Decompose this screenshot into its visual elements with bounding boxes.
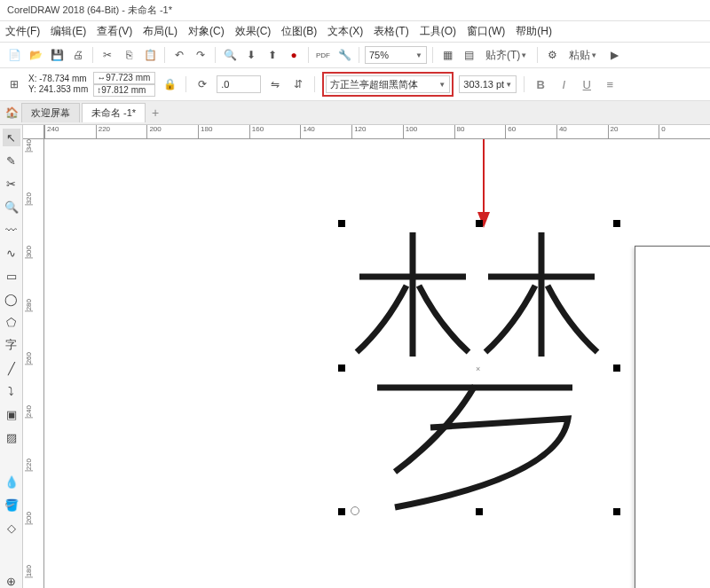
handle-bottom-center[interactable] bbox=[476, 508, 483, 515]
handle-top-right[interactable] bbox=[613, 220, 620, 227]
search-button[interactable]: 🔍 bbox=[221, 46, 239, 64]
menu-view[interactable]: 查看(V) bbox=[97, 24, 132, 39]
height-input[interactable]: ↕ 97.812 mm bbox=[93, 84, 155, 97]
expand-toolbox-button[interactable]: ⊕ bbox=[3, 572, 20, 588]
menu-edit[interactable]: 编辑(E) bbox=[51, 24, 86, 39]
home-tab-icon[interactable]: 🏠 bbox=[4, 105, 20, 121]
standard-toolbar: 📄 📂 💾 🖨 ✂ ⎘ 📋 ↶ ↷ 🔍 ⬇ ⬆ ● PDF 🔧 75% ▼ ▦ … bbox=[0, 42, 710, 68]
menu-layout[interactable]: 布局(L) bbox=[143, 24, 178, 39]
menu-tools[interactable]: 工具(O) bbox=[420, 24, 456, 39]
handle-top-left[interactable] bbox=[338, 220, 345, 227]
eyedropper-tool[interactable]: 💧 bbox=[3, 473, 20, 490]
menu-window[interactable]: 窗口(W) bbox=[467, 24, 505, 39]
fill-tool[interactable]: 🪣 bbox=[3, 496, 20, 514]
ellipse-tool[interactable]: ◯ bbox=[3, 290, 20, 308]
transparency-tool[interactable]: ▨ bbox=[3, 428, 20, 446]
menu-effects[interactable]: 效果(C) bbox=[235, 24, 272, 39]
import-button[interactable]: ⬇ bbox=[242, 46, 260, 64]
artistic-media-tool[interactable]: ∿ bbox=[3, 244, 20, 262]
menu-file[interactable]: 文件(F) bbox=[5, 24, 40, 39]
menu-bitmap[interactable]: 位图(B) bbox=[281, 24, 317, 39]
canvas-area: 240 220 200 180 160 140 120 100 80 60 40… bbox=[23, 125, 710, 588]
separator bbox=[92, 47, 93, 63]
grid-button[interactable]: ▦ bbox=[438, 46, 456, 64]
freehand-tool[interactable]: 〰 bbox=[3, 221, 20, 239]
separator bbox=[432, 47, 433, 63]
copy-button[interactable]: ⎘ bbox=[120, 46, 138, 64]
text-tool[interactable]: 字 bbox=[3, 336, 20, 354]
connector-tool[interactable]: ⤵ bbox=[3, 382, 20, 400]
separator bbox=[185, 76, 186, 92]
rotation-input[interactable]: .0 bbox=[217, 75, 261, 93]
export-button[interactable]: ⬆ bbox=[264, 46, 281, 64]
width-input[interactable]: ↔ 97.723 mm bbox=[93, 72, 155, 84]
launch-button[interactable]: ▶ bbox=[605, 46, 623, 64]
font-highlight-box: 方正兰亭超细黑简体 ▼ bbox=[322, 72, 454, 97]
dimension-tool[interactable]: ╱ bbox=[3, 359, 20, 377]
horizontal-ruler[interactable]: 240 220 200 180 160 140 120 100 80 60 40… bbox=[44, 125, 710, 139]
handle-middle-right[interactable] bbox=[613, 365, 620, 372]
handle-bottom-left[interactable] bbox=[338, 508, 345, 515]
handle-top-center[interactable] bbox=[476, 220, 483, 227]
separator bbox=[359, 47, 359, 63]
rotate-handle[interactable] bbox=[351, 506, 359, 515]
record-button[interactable]: ● bbox=[285, 46, 303, 64]
underline-button[interactable]: U bbox=[578, 75, 596, 93]
separator bbox=[215, 47, 216, 63]
lock-ratio-button[interactable]: 🔒 bbox=[161, 75, 178, 93]
menu-table[interactable]: 表格(T) bbox=[374, 24, 408, 39]
cut-button[interactable]: ✂ bbox=[99, 46, 116, 64]
vertical-ruler[interactable]: 340 320 300 280 260 240 220 200 180 bbox=[23, 139, 44, 588]
menu-text[interactable]: 文本(X) bbox=[327, 24, 363, 39]
menu-help[interactable]: 帮助(H) bbox=[516, 24, 552, 39]
title-bar: CorelDRAW 2018 (64-Bit) - 未命名 -1* bbox=[0, 0, 710, 21]
menu-object[interactable]: 对象(C) bbox=[188, 24, 225, 39]
center-indicator[interactable]: × bbox=[476, 365, 483, 372]
ruler-corner[interactable] bbox=[23, 125, 44, 139]
toolbox: ↖ ✎ ✂ 🔍 〰 ∿ ▭ ◯ ⬠ 字 ╱ ⤵ ▣ ▨ 💧 🪣 ◇ ⊕ bbox=[0, 125, 23, 588]
paste-dropdown[interactable]: 粘贴 ▼ bbox=[564, 46, 602, 64]
outline-tool[interactable]: ◇ bbox=[3, 519, 20, 537]
mirror-v-button[interactable]: ⇵ bbox=[289, 75, 307, 93]
tab-welcome[interactable]: 欢迎屏幕 bbox=[21, 103, 80, 122]
rectangle-tool[interactable]: ▭ bbox=[3, 267, 20, 285]
print-button[interactable]: 🖨 bbox=[69, 46, 87, 64]
handle-bottom-right[interactable] bbox=[613, 508, 620, 515]
x-value[interactable]: -78.734 mm bbox=[39, 74, 86, 83]
snap-dropdown[interactable]: 贴齐(T) ▼ bbox=[481, 46, 532, 64]
document-tabs: 🏠 欢迎屏幕 未命名 -1* + bbox=[0, 101, 710, 125]
chevron-down-icon: ▼ bbox=[415, 51, 422, 59]
font-size-select[interactable]: 303.13 pt ▼ bbox=[459, 75, 517, 93]
polygon-tool[interactable]: ⬠ bbox=[3, 313, 20, 331]
y-value[interactable]: 241.353 mm bbox=[39, 84, 89, 94]
open-button[interactable]: 📂 bbox=[27, 46, 44, 64]
redo-button[interactable]: ↷ bbox=[192, 46, 209, 64]
canvas[interactable]: × bbox=[44, 139, 710, 588]
pdf-button[interactable]: PDF bbox=[314, 46, 332, 64]
undo-button[interactable]: ↶ bbox=[170, 46, 188, 64]
chevron-down-icon: ▼ bbox=[505, 81, 512, 89]
bold-button[interactable]: B bbox=[532, 75, 549, 93]
separator bbox=[524, 76, 525, 92]
save-button[interactable]: 💾 bbox=[48, 46, 66, 64]
add-tab-button[interactable]: + bbox=[147, 105, 163, 121]
handle-middle-left[interactable] bbox=[338, 365, 345, 372]
shape-tool[interactable]: ✎ bbox=[3, 152, 20, 169]
guides-button[interactable]: ▤ bbox=[460, 46, 477, 64]
zoom-select[interactable]: 75% ▼ bbox=[365, 46, 427, 64]
new-button[interactable]: 📄 bbox=[5, 46, 23, 64]
mirror-h-button[interactable]: ⇋ bbox=[266, 75, 284, 93]
zoom-tool[interactable]: 🔍 bbox=[3, 198, 20, 216]
object-origin-button[interactable]: ⊞ bbox=[5, 75, 23, 93]
tools-button[interactable]: 🔧 bbox=[335, 46, 353, 64]
options-button[interactable]: ⚙ bbox=[543, 46, 561, 64]
pick-tool[interactable]: ↖ bbox=[3, 129, 20, 146]
tab-document[interactable]: 未命名 -1* bbox=[82, 103, 146, 122]
crop-tool[interactable]: ✂ bbox=[3, 175, 20, 192]
italic-button[interactable]: I bbox=[555, 75, 572, 93]
align-button[interactable]: ≡ bbox=[601, 75, 619, 93]
paste-button[interactable]: 📋 bbox=[141, 46, 159, 64]
drop-shadow-tool[interactable]: ▣ bbox=[3, 405, 20, 423]
font-family-select[interactable]: 方正兰亭超细黑简体 ▼ bbox=[326, 75, 450, 93]
separator bbox=[537, 47, 538, 63]
